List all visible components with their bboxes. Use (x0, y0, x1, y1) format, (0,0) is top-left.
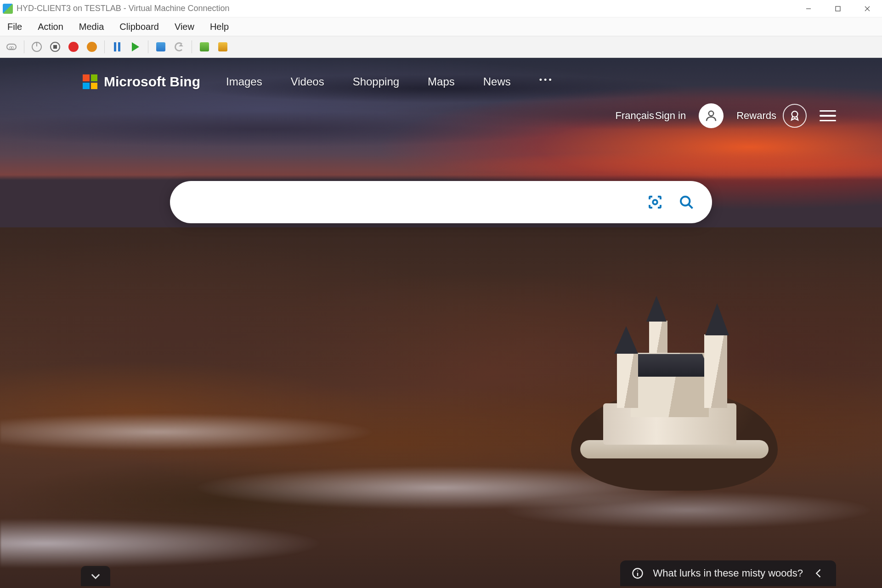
bing-background-image (0, 58, 882, 588)
menu-help[interactable]: Help (210, 22, 229, 32)
castle-illustration (599, 307, 741, 472)
guest-display: Microsoft Bing Images Videos Shopping Ma… (0, 58, 882, 588)
nav-images[interactable]: Images (226, 75, 262, 88)
bing-searchbox (170, 181, 712, 223)
vmconnect-icon (3, 4, 13, 14)
vm-menubar: File Action Media Clipboard View Help (0, 17, 882, 36)
nav-more[interactable]: ••• (539, 75, 554, 88)
checkpoint-button[interactable] (153, 39, 169, 55)
svg-point-7 (681, 197, 690, 206)
svg-point-5 (792, 111, 798, 117)
search-input[interactable] (190, 196, 647, 209)
teaser-text: What lurks in these misty woods? (653, 567, 803, 579)
turnoff-button[interactable] (47, 39, 63, 55)
nav-maps[interactable]: Maps (428, 75, 455, 88)
nav-news[interactable]: News (483, 75, 511, 88)
bing-user-row: Français Sign in Rewards (616, 102, 836, 130)
rewards-medal-icon (783, 104, 807, 128)
menu-file[interactable]: File (7, 22, 22, 32)
visual-search-icon[interactable] (647, 194, 663, 210)
bing-logo[interactable]: Microsoft Bing (83, 74, 200, 90)
microsoft-logo-icon (83, 74, 97, 89)
menu-view[interactable]: View (175, 22, 194, 32)
signin-link[interactable]: Sign in (655, 110, 686, 122)
start-button[interactable] (29, 39, 45, 55)
pause-button[interactable] (109, 39, 125, 55)
menu-clipboard[interactable]: Clipboard (119, 22, 159, 32)
nav-videos[interactable]: Videos (291, 75, 324, 88)
window-title: HYD-CLIENT3 on TESTLAB - Virtual Machine… (17, 4, 230, 13)
chevron-left-icon[interactable] (812, 567, 825, 580)
menu-action[interactable]: Action (38, 22, 63, 32)
maximize-button[interactable] (823, 0, 853, 17)
toolbar-separator (104, 40, 105, 53)
svg-line-8 (689, 204, 692, 208)
expand-button[interactable] (81, 566, 110, 586)
nav-shopping[interactable]: Shopping (353, 75, 399, 88)
svg-point-11 (637, 571, 638, 571)
toolbar-separator (192, 40, 192, 53)
vm-titlebar: HYD-CLIENT3 on TESTLAB - Virtual Machine… (0, 0, 882, 17)
rewards-label: Rewards (736, 110, 776, 122)
menu-media[interactable]: Media (79, 22, 104, 32)
close-button[interactable] (853, 0, 882, 17)
share-button[interactable] (215, 39, 231, 55)
enhanced-session-button[interactable] (197, 39, 212, 55)
account-avatar[interactable] (699, 103, 724, 128)
bing-logo-text: Microsoft Bing (104, 74, 200, 90)
svg-point-6 (653, 200, 657, 204)
bing-nav: Images Videos Shopping Maps News ••• (226, 75, 554, 88)
person-icon (704, 109, 718, 123)
ctrl-alt-del-button[interactable] (4, 39, 19, 55)
rewards-link[interactable]: Rewards (736, 104, 807, 128)
bing-header: Microsoft Bing Images Videos Shopping Ma… (0, 69, 882, 95)
vm-toolbar (0, 36, 882, 58)
language-link[interactable]: Français (616, 110, 654, 122)
toolbar-separator (24, 40, 24, 53)
minimize-button[interactable] (794, 0, 823, 17)
save-button[interactable] (84, 39, 100, 55)
image-info-teaser[interactable]: What lurks in these misty woods? (620, 560, 836, 586)
hamburger-menu-icon[interactable] (820, 110, 836, 122)
search-icon[interactable] (678, 194, 695, 210)
svg-point-4 (709, 111, 714, 116)
info-icon (631, 567, 644, 580)
svg-rect-1 (836, 6, 840, 11)
shutdown-button[interactable] (66, 39, 81, 55)
toolbar-separator (148, 40, 148, 53)
revert-button[interactable] (171, 39, 187, 55)
reset-button[interactable] (128, 39, 143, 55)
